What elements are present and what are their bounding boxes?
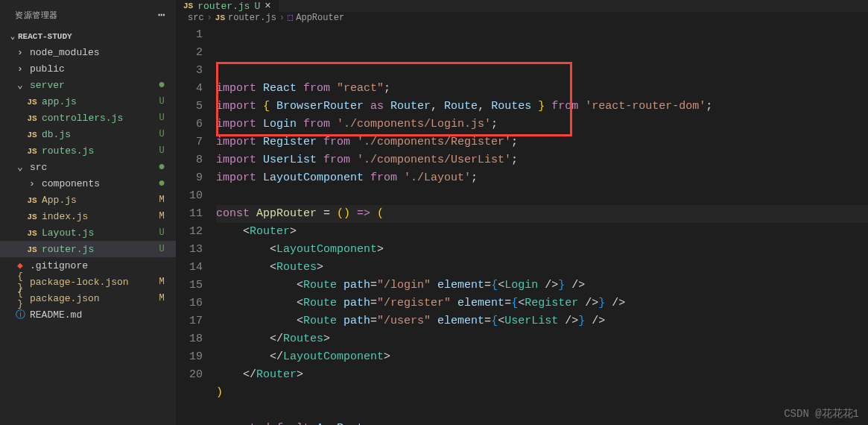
code-line[interactable]: </Router> bbox=[216, 366, 868, 384]
breadcrumb-part[interactable]: src bbox=[188, 13, 204, 23]
js-icon: JS bbox=[25, 244, 39, 255]
code-line[interactable]: </Routes> bbox=[216, 330, 868, 348]
js-icon: JS bbox=[183, 1, 193, 10]
code-line[interactable]: </LayoutComponent> bbox=[216, 348, 868, 366]
code-line[interactable]: ) bbox=[216, 384, 868, 402]
code-line[interactable] bbox=[216, 187, 868, 205]
code-line[interactable]: export default AppRouter; bbox=[216, 420, 868, 425]
close-icon[interactable]: × bbox=[264, 0, 270, 12]
code-line[interactable]: import { BrowserRouter as Router, Route,… bbox=[216, 98, 868, 116]
chev-d-icon: ⌄ bbox=[13, 161, 27, 173]
tab-label: router.js bbox=[197, 1, 250, 12]
js-icon: JS bbox=[25, 211, 39, 222]
line-number: 5 bbox=[176, 98, 203, 116]
breadcrumb-part[interactable]: router.js bbox=[228, 13, 276, 23]
item-label: app.js bbox=[42, 96, 155, 107]
line-number: 3 bbox=[176, 62, 203, 80]
git-status: ● bbox=[155, 81, 168, 89]
file-item[interactable]: JSindex.jsM bbox=[0, 208, 176, 224]
git-status: ● bbox=[155, 163, 168, 171]
code-line[interactable]: <Route path="/login" element={<Login />}… bbox=[216, 277, 868, 295]
file-item[interactable]: JSdb.jsU bbox=[0, 126, 176, 142]
breadcrumb-part[interactable]: AppRouter bbox=[296, 13, 344, 23]
file-item[interactable]: JSLayout.jsU bbox=[0, 224, 176, 241]
editor-tabs: JS router.js U × bbox=[176, 0, 868, 12]
folder-item[interactable]: ⌄src● bbox=[0, 159, 176, 175]
chev-r-icon: › bbox=[13, 47, 27, 58]
chevron-right-icon: › bbox=[279, 13, 285, 23]
line-number: 12 bbox=[176, 223, 203, 241]
git-status: M bbox=[155, 195, 168, 205]
breadcrumb[interactable]: src › JS router.js › ⬚ AppRouter bbox=[176, 12, 868, 23]
git-status: U bbox=[155, 96, 168, 107]
code-line[interactable]: import UserList from './components/UserL… bbox=[216, 151, 868, 169]
code-body[interactable]: import React from "react";import { Brows… bbox=[216, 26, 868, 425]
git-status: U bbox=[155, 113, 168, 123]
code-line[interactable] bbox=[216, 402, 868, 420]
code-line[interactable]: <Route path="/users" element={<UserList … bbox=[216, 312, 868, 330]
watermark: CSDN @花花花1 bbox=[784, 407, 859, 421]
item-label: App.js bbox=[42, 195, 155, 206]
code-line[interactable]: import LayoutComponent from './Layout'; bbox=[216, 169, 868, 187]
item-label: components bbox=[42, 178, 155, 189]
js-icon: JS bbox=[25, 195, 39, 206]
explorer-header: 资源管理器 ⋯ bbox=[0, 0, 176, 28]
item-label: node_modules bbox=[30, 47, 155, 58]
item-label: Layout.js bbox=[42, 227, 155, 239]
js-icon: JS bbox=[25, 113, 39, 124]
file-item[interactable]: ⓘREADME.md bbox=[0, 306, 176, 323]
file-item[interactable]: JSrouter.jsU bbox=[0, 241, 176, 257]
chev-d-icon: ⌄ bbox=[13, 79, 27, 91]
line-number: 16 bbox=[176, 295, 203, 312]
braces-icon: { } bbox=[13, 287, 27, 309]
file-item[interactable]: JSApp.jsM bbox=[0, 192, 176, 208]
git-status: M bbox=[155, 277, 168, 287]
git-status: U bbox=[155, 145, 168, 156]
item-label: src bbox=[30, 162, 155, 173]
file-item[interactable]: JSapp.jsU bbox=[0, 93, 176, 110]
item-label: README.md bbox=[30, 309, 155, 321]
code-line[interactable]: import React from "react"; bbox=[216, 80, 868, 98]
line-number: 6 bbox=[176, 116, 203, 133]
git-status: M bbox=[155, 293, 168, 303]
git-status: ● bbox=[155, 179, 168, 188]
info-icon: ⓘ bbox=[13, 308, 27, 321]
line-number: 8 bbox=[176, 151, 203, 169]
code-line[interactable]: import Register from './components/Regis… bbox=[216, 133, 868, 151]
folder-item[interactable]: ›public bbox=[0, 60, 176, 77]
line-number: 9 bbox=[176, 169, 203, 187]
code-line[interactable]: <Routes> bbox=[216, 259, 868, 277]
code-line[interactable]: <Route path="/register" element={<Regist… bbox=[216, 295, 868, 312]
chev-r-icon: › bbox=[13, 63, 27, 75]
folder-item[interactable]: ⌄server● bbox=[0, 77, 176, 93]
file-item[interactable]: { }package.jsonM bbox=[0, 290, 176, 306]
item-label: public bbox=[30, 63, 155, 75]
project-root[interactable]: ⌄ REACT-STUDY bbox=[0, 28, 176, 44]
code-line[interactable]: <Router> bbox=[216, 223, 868, 241]
explorer-title: 资源管理器 bbox=[15, 10, 58, 21]
more-icon[interactable]: ⋯ bbox=[158, 7, 165, 22]
line-number: 14 bbox=[176, 259, 203, 277]
git-status: U bbox=[155, 244, 168, 254]
tab-status: U bbox=[254, 1, 260, 12]
line-number: 15 bbox=[176, 277, 203, 295]
line-number: 11 bbox=[176, 205, 203, 223]
code-line[interactable]: import Login from './components/Login.js… bbox=[216, 116, 868, 133]
item-label: router.js bbox=[42, 244, 155, 255]
tab-routerjs[interactable]: JS router.js U × bbox=[176, 0, 279, 12]
code-editor[interactable]: 1234567891011121314151617181920 import R… bbox=[176, 23, 868, 425]
line-number: 1 bbox=[176, 26, 203, 44]
item-label: db.js bbox=[42, 129, 155, 140]
editor-area: JS router.js U × src › JS router.js › ⬚ … bbox=[176, 0, 868, 425]
item-label: package-lock.json bbox=[30, 277, 155, 288]
item-label: server bbox=[30, 80, 155, 91]
code-line[interactable]: const AppRouter = () => ( bbox=[216, 205, 868, 223]
chevron-right-icon: › bbox=[207, 13, 212, 23]
line-gutter: 1234567891011121314151617181920 bbox=[176, 26, 216, 425]
folder-item[interactable]: ›node_modules bbox=[0, 44, 176, 60]
symbol-icon: ⬚ bbox=[288, 12, 293, 23]
file-item[interactable]: JSroutes.jsU bbox=[0, 142, 176, 159]
file-item[interactable]: JScontrollers.jsU bbox=[0, 110, 176, 126]
code-line[interactable]: <LayoutComponent> bbox=[216, 241, 868, 259]
folder-item[interactable]: ›components● bbox=[0, 175, 176, 192]
